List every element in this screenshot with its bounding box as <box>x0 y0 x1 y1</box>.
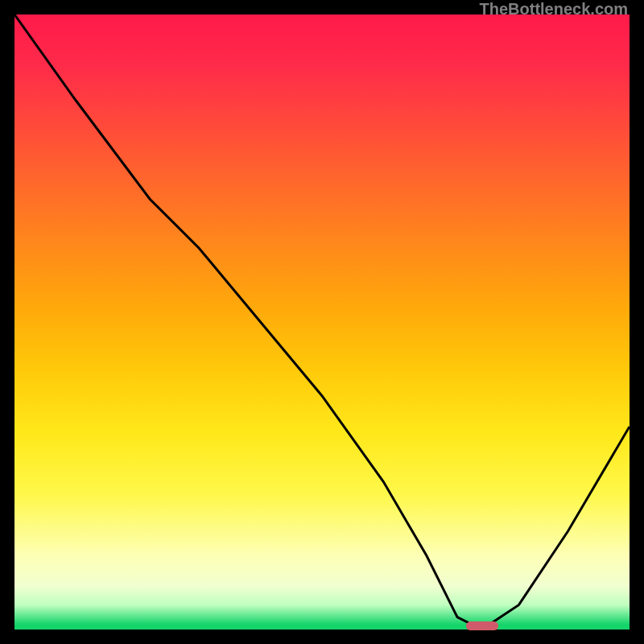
chart-container: TheBottleneck.com <box>0 0 644 644</box>
watermark-text: TheBottleneck.com <box>480 0 628 19</box>
bottleneck-curve-svg <box>14 14 630 630</box>
plot-area <box>14 14 630 630</box>
bottleneck-curve-path <box>14 14 630 630</box>
minimum-marker <box>466 621 498 630</box>
